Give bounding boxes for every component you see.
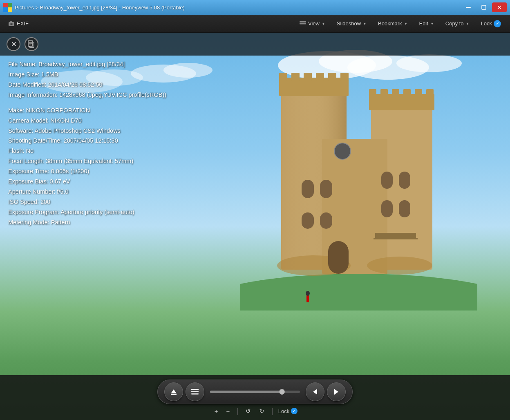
exif-aperture: Aperture Number: f/5.0 bbox=[8, 187, 270, 197]
title-bar: Pictures > Broadway_tower_edit.jpg [28/3… bbox=[0, 0, 510, 15]
exif-software: Software: Adobe Photoshop CS2 Windows bbox=[8, 126, 270, 136]
lock-button[interactable]: Lock ✓ bbox=[476, 18, 506, 29]
svg-rect-62 bbox=[191, 389, 199, 390]
svg-rect-1 bbox=[8, 3, 12, 7]
copyto-chevron: ▼ bbox=[466, 22, 470, 26]
exif-exposurebias: Exposure Bias: 0.67 eV bbox=[8, 177, 270, 187]
main-content: ✕ File Name: Broadway_tower_edit.jpg [28… bbox=[0, 33, 510, 420]
svg-rect-0 bbox=[3, 3, 8, 7]
svg-rect-63 bbox=[191, 391, 199, 393]
exif-exposuretime: Exposure Time: 0.005s (1/200) bbox=[8, 167, 270, 176]
exif-label: EXIF bbox=[17, 20, 29, 27]
bookmark-menu[interactable]: Bookmark ▼ bbox=[373, 18, 412, 29]
rotate-left-button[interactable]: ↺ bbox=[244, 407, 253, 416]
svg-rect-34 bbox=[369, 89, 376, 96]
svg-rect-39 bbox=[426, 89, 434, 96]
lock-check-icon: ✓ bbox=[494, 20, 501, 27]
menu-bar: EXIF View ▼ Slideshow ▼ Bookmark ▼ Edit … bbox=[0, 15, 510, 33]
next-button[interactable] bbox=[327, 382, 346, 401]
svg-rect-13 bbox=[300, 23, 306, 24]
exif-flash: Flash: No bbox=[8, 146, 270, 156]
minimize-button[interactable] bbox=[461, 2, 476, 12]
controls-pill bbox=[157, 380, 353, 404]
edit-label: Edit bbox=[419, 20, 428, 27]
bottom-controls-row: + − | ↺ ↻ | Lock ✓ bbox=[212, 407, 298, 416]
eject-button[interactable] bbox=[164, 382, 183, 401]
title-bar-left: Pictures > Broadway_tower_edit.jpg [28/3… bbox=[3, 3, 185, 12]
eject-icon bbox=[170, 388, 177, 395]
edit-chevron: ▼ bbox=[430, 22, 434, 26]
svg-rect-64 bbox=[191, 393, 199, 395]
exif-data-panel: File Name: Broadway_tower_edit.jpg [28/3… bbox=[0, 56, 278, 232]
exif-meteringmode: Metering Mode: Pattern bbox=[8, 218, 270, 228]
app-icon bbox=[3, 3, 12, 12]
zoom-in-button[interactable]: + bbox=[212, 407, 220, 416]
menu-icon bbox=[191, 389, 199, 395]
svg-rect-28 bbox=[304, 73, 312, 81]
bookmark-chevron: ▼ bbox=[404, 22, 408, 26]
bookmark-label: Bookmark bbox=[378, 20, 402, 27]
view-label: View bbox=[308, 20, 320, 27]
view-chevron: ▼ bbox=[322, 22, 325, 26]
menu-button[interactable] bbox=[186, 382, 204, 401]
exif-shootingdatetime: Shooting Date/Time: 2007/04/05 12:15:30 bbox=[8, 136, 270, 146]
copy-icon bbox=[28, 40, 35, 48]
exif-focallength: Focal Length: 38mm (35mm Equivalent: 57m… bbox=[8, 156, 270, 166]
previous-button[interactable] bbox=[306, 382, 324, 401]
svg-rect-49 bbox=[375, 233, 416, 238]
svg-rect-2 bbox=[3, 7, 8, 12]
separator1: | bbox=[236, 407, 239, 416]
exif-spacer1 bbox=[8, 101, 270, 105]
svg-point-52 bbox=[367, 257, 432, 275]
close-button[interactable] bbox=[492, 2, 507, 12]
view-icon bbox=[300, 21, 306, 26]
svg-rect-41 bbox=[302, 180, 314, 198]
navigation-slider-container bbox=[207, 391, 303, 393]
view-menu[interactable]: View ▼ bbox=[295, 18, 330, 29]
exif-filename: File Name: Broadway_tower_edit.jpg [28/3… bbox=[8, 60, 270, 69]
svg-rect-11 bbox=[10, 21, 12, 22]
slideshow-menu[interactable]: Slideshow ▼ bbox=[332, 18, 371, 29]
lock-bottom-button[interactable]: Lock ✓ bbox=[278, 408, 298, 414]
svg-point-56 bbox=[306, 291, 310, 296]
svg-rect-4 bbox=[466, 7, 471, 8]
svg-rect-35 bbox=[380, 89, 388, 96]
zoom-out-button[interactable]: − bbox=[224, 407, 232, 416]
exif-close-button[interactable]: ✕ bbox=[7, 37, 20, 51]
lock-bottom-label: Lock bbox=[278, 408, 289, 414]
prev-icon bbox=[312, 388, 318, 395]
exif-imageinfo: Image Information: 1428x968 (Jpeg,YUV,IC… bbox=[8, 90, 270, 100]
svg-marker-65 bbox=[313, 389, 317, 395]
svg-rect-50 bbox=[374, 238, 418, 239]
lock-label: Lock bbox=[481, 20, 492, 27]
svg-marker-60 bbox=[171, 389, 177, 393]
svg-rect-5 bbox=[482, 5, 486, 9]
svg-point-10 bbox=[11, 23, 12, 25]
svg-rect-46 bbox=[399, 172, 410, 189]
svg-rect-53 bbox=[328, 241, 349, 274]
exif-menu-item[interactable]: EXIF bbox=[4, 18, 33, 29]
edit-menu[interactable]: Edit ▼ bbox=[414, 18, 438, 29]
svg-rect-33 bbox=[369, 94, 434, 110]
svg-rect-45 bbox=[381, 172, 393, 189]
slider-thumb[interactable] bbox=[279, 389, 285, 395]
svg-point-22 bbox=[240, 274, 477, 311]
svg-rect-44 bbox=[320, 212, 332, 229]
bottom-control-bar: + − | ↺ ↻ | Lock ✓ bbox=[0, 375, 510, 420]
svg-marker-66 bbox=[334, 389, 338, 395]
next-icon bbox=[333, 388, 339, 395]
svg-rect-3 bbox=[8, 7, 12, 12]
svg-rect-47 bbox=[381, 200, 393, 217]
navigation-slider[interactable] bbox=[210, 391, 300, 393]
slideshow-chevron: ▼ bbox=[363, 22, 367, 26]
copyto-menu[interactable]: Copy to ▼ bbox=[441, 18, 474, 29]
svg-rect-25 bbox=[279, 78, 349, 96]
exif-copy-button[interactable] bbox=[25, 37, 38, 51]
svg-rect-42 bbox=[320, 180, 332, 198]
svg-point-54 bbox=[334, 143, 351, 159]
maximize-button[interactable] bbox=[476, 2, 491, 12]
exif-iso: ISO Speed: 200 bbox=[8, 197, 270, 207]
rotate-right-button[interactable]: ↻ bbox=[257, 407, 266, 416]
svg-rect-43 bbox=[302, 212, 314, 229]
copyto-label: Copy to bbox=[445, 20, 464, 27]
